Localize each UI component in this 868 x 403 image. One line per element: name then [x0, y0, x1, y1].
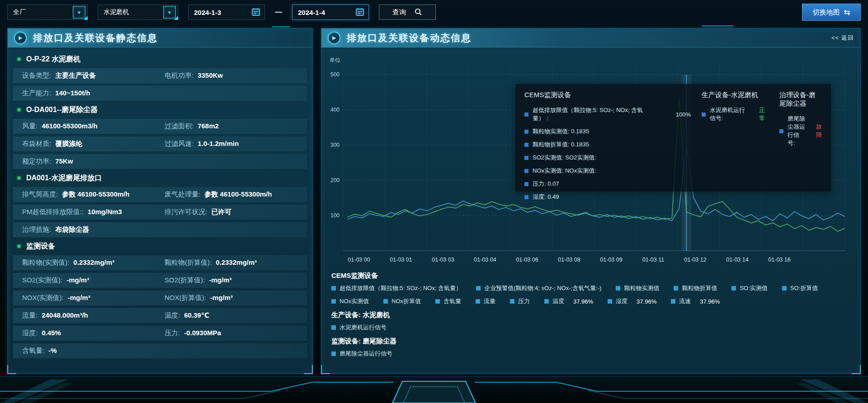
info-cell: NOX(折算值):-mg/m³ — [165, 294, 307, 302]
legend-square-icon — [435, 299, 440, 304]
info-value: 140~150t/h — [55, 89, 90, 97]
chevron-down-icon[interactable]: ▾ — [73, 6, 85, 19]
legend-item[interactable]: 水泥磨机运行信号 — [331, 323, 387, 332]
section-title: O-P-22 水泥磨机 — [13, 53, 307, 66]
info-cell: SO2(实测值):-mg/m³ — [22, 276, 165, 285]
info-value: -mg/m³ — [210, 294, 233, 301]
legend-item[interactable]: SO:折算值 — [782, 284, 818, 292]
info-label: SO2(折算值): — [165, 276, 205, 285]
info-cell: 过滤面积:768m2 — [165, 122, 307, 131]
tooltip-cems-rows: 超低排放限值（颗拉物:5: SOz-; NOx; 含氧量）：100%颗粒物实测值… — [524, 106, 691, 206]
info-value: 参数 46100-55300m/h — [204, 190, 272, 199]
info-cell: 湿度:0.45% — [22, 329, 165, 337]
info-value: -0.0930MPa — [184, 329, 221, 337]
info-label: 设备类型: — [22, 71, 51, 80]
date-from-input[interactable]: 2024-1-3 — [188, 5, 265, 20]
query-button[interactable]: 查询 — [379, 5, 436, 20]
x-tick-label: 01-03 01 — [390, 257, 412, 263]
legend-item[interactable]: 压力 — [510, 297, 530, 305]
legend-square-icon — [616, 286, 620, 291]
info-value: 24048.000m³/h — [42, 311, 88, 319]
tooltip-row-label: SO2实测值: SO2实测值: — [533, 154, 596, 162]
legend-item-value: 37.96% — [573, 298, 593, 305]
production-signal-label: 水泥磨机运行信号: — [710, 106, 749, 122]
legend-item[interactable]: 流量 — [476, 297, 495, 305]
legend-item[interactable]: NOx折算值 — [383, 297, 421, 305]
x-tick-label: 01-03 16 — [768, 257, 790, 263]
info-row: 治理措施:布袋除尘器 — [13, 222, 307, 237]
legend-square-icon — [524, 169, 528, 173]
legend-items: 超低排放限值（颗拉物:5: SOz-; NOx; 含氧量）企业预警值(颗粒物:4… — [331, 284, 853, 305]
legend-square-icon — [331, 299, 336, 304]
x-tick-label: 01-03 03 — [432, 257, 454, 263]
calendar-icon[interactable] — [251, 7, 261, 18]
x-tick-label: 01-03 08 — [558, 257, 580, 263]
legend-square-icon — [524, 112, 528, 117]
swap-arrows-icon: ⇆ — [844, 9, 850, 16]
info-value: 75Kw — [55, 157, 73, 165]
info-label: 流量: — [22, 311, 38, 320]
legend-square-icon — [510, 299, 514, 304]
legend-item-value: 37.96% — [700, 298, 720, 305]
info-label: 过滤面积: — [165, 122, 193, 131]
calendar-icon[interactable] — [355, 7, 365, 18]
legend-item[interactable]: 颗粒物折算值 — [674, 284, 717, 292]
info-row: 生产能力:140~150t/h — [13, 86, 307, 101]
info-value: 0.2332mg/m³ — [73, 258, 114, 266]
legend-square-icon — [731, 286, 736, 291]
legend-item[interactable]: SO:实测值 — [731, 284, 767, 292]
legend-item[interactable]: 颗粒物实测值 — [616, 284, 659, 292]
legend-item[interactable]: 企业预警值(颗粒物:4; sOz-; NOx-;含氧气量:-) — [476, 284, 601, 292]
info-label: 温度: — [165, 311, 180, 320]
legend-square-icon — [671, 299, 675, 304]
x-tick-label: 01-03 00 — [348, 257, 370, 263]
switch-map-button[interactable]: 切换地图 ⇆ — [802, 4, 861, 21]
green-square-icon — [17, 108, 21, 112]
chevron-down-icon[interactable]: ▾ — [163, 6, 176, 19]
info-cell: 含氧量:-% — [22, 347, 307, 355]
play-icon: ▶ — [328, 32, 340, 44]
tooltip-row-label: 颗粒物折算值: 0.1835 — [533, 141, 589, 149]
info-cell: 废气处理量:参数 46100-55300m/h — [165, 190, 307, 199]
info-label: PM超低排排放限值:: — [22, 208, 84, 216]
back-link[interactable]: << 返回 — [831, 34, 854, 42]
legend-item-label: SO:折算值 — [790, 284, 818, 292]
chart-legend: CEMS监测设备超低排放限值（颗拉物:5: SOz-; NOx; 含氧量）企业预… — [331, 266, 853, 358]
legend-item[interactable]: 超低排放限值（颗拉物:5: SOz-; NOx; 含氧量） — [331, 284, 462, 292]
y-axis-unit-label: 单位 — [330, 57, 340, 63]
plant-select[interactable]: 全厂 ▾ — [7, 5, 88, 20]
treatment-signal-status: 故障 — [816, 123, 822, 139]
legend-item[interactable]: 磨尾除尘器运行信号 — [331, 350, 392, 358]
tooltip-row-label: 颗粒物实测值: 0.1835 — [533, 127, 589, 136]
info-value: 覆膜涤纶 — [55, 140, 82, 148]
info-value: 3350Kw — [198, 71, 223, 79]
legend-item-label: 超低排放限值（颗拉物:5: SOz-; NOx; 含氧量） — [340, 284, 462, 292]
y-tick-label: 400 — [330, 107, 340, 113]
legend-item-label: 水泥磨机运行信号 — [340, 323, 387, 332]
tooltip-cems-column: CEMS监测设备 超低排放限值（颗拉物:5: SOz-; NOx; 含氧量）：1… — [524, 91, 691, 185]
dynamic-panel-header: ▶ 排放口及关联设备动态信息 << 返回 — [321, 28, 860, 47]
info-value: 0.2332mg/m³ — [216, 258, 257, 266]
info-cell: 排污许可状况:已许可 — [165, 208, 307, 216]
legend-item[interactable]: 温度37.96% — [544, 297, 593, 305]
info-label: NOX(折算值): — [165, 294, 206, 302]
legend-item[interactable]: 湿度37.96% — [608, 297, 656, 305]
info-label: 治理措施: — [22, 225, 51, 234]
info-value: 46100-55300m3/h — [42, 122, 97, 130]
info-cell: 温度:60.39℃ — [165, 311, 307, 320]
legend-item[interactable]: 含氧量 — [435, 297, 461, 305]
info-cell: NOX(实测值):-mg/m³ — [22, 294, 165, 302]
date-from-value: 2024-1-3 — [194, 9, 221, 16]
legend-item[interactable]: NOx实测值 — [331, 297, 369, 305]
info-label: 风量: — [22, 122, 38, 131]
play-icon: ▶ — [14, 32, 27, 44]
date-to-input[interactable]: 2024-1-4 — [292, 5, 369, 20]
tooltip-row: 湿度: 0.49 — [524, 193, 691, 201]
info-row: 流量:24048.000m³/h温度:60.39℃ — [13, 308, 307, 323]
device-select[interactable]: 水泥磨机 ▾ — [98, 5, 178, 20]
legend-item[interactable]: 流速37.96% — [671, 297, 720, 305]
info-label: 湿度: — [22, 329, 38, 337]
info-cell: 治理措施:布袋除尘器 — [22, 225, 307, 234]
chart-tooltip: CEMS监测设备 超低排放限值（颗拉物:5: SOz-; NOx; 含氧量）：1… — [515, 84, 831, 192]
search-icon — [414, 8, 422, 17]
